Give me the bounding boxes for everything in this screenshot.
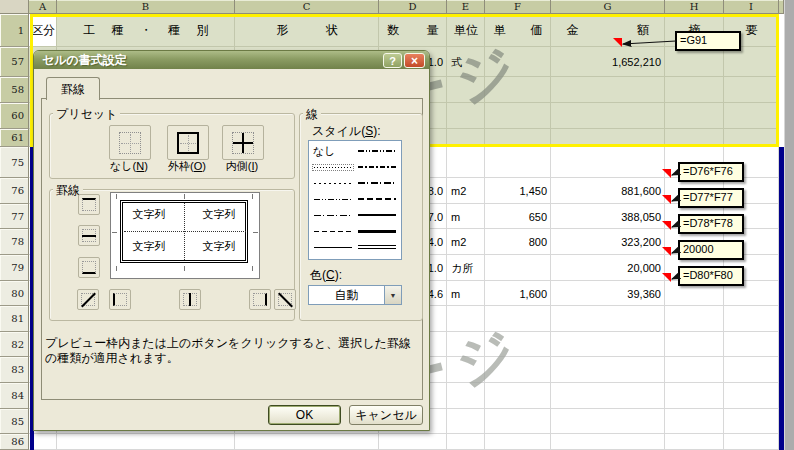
preview-tick (253, 232, 258, 233)
cell[interactable] (57, 434, 235, 450)
row-header-82[interactable]: 82 (0, 332, 29, 357)
color-dropdown-button[interactable]: ▼ (384, 286, 401, 304)
cell[interactable] (485, 255, 551, 281)
column-header-B[interactable]: B (57, 0, 235, 14)
line-style-med-slant-dash-dot[interactable] (355, 159, 399, 175)
border-inner-horizontal-icon (82, 229, 96, 242)
column-header-I[interactable]: I (724, 0, 779, 14)
cell-value-G77: 388,050 (551, 204, 665, 229)
cell[interactable] (724, 332, 779, 357)
row-header-85[interactable]: 85 (0, 409, 29, 434)
border-preview[interactable]: 文字列 文字列 文字列 文字列 (110, 192, 260, 279)
row-header-75[interactable]: 75 (0, 147, 29, 178)
row-header-1[interactable]: 1 (0, 14, 29, 47)
cell[interactable] (485, 147, 551, 178)
cell[interactable] (551, 434, 665, 450)
dialog-titlebar[interactable]: セルの書式設定 (34, 51, 429, 69)
row-header-57[interactable]: 57 (0, 47, 29, 77)
cell[interactable] (447, 409, 485, 434)
cell[interactable] (551, 306, 665, 332)
column-header-H[interactable]: H (665, 0, 724, 14)
cell[interactable] (551, 409, 665, 434)
row-header-83[interactable]: 83 (0, 357, 29, 383)
row-header-76[interactable]: 76 (0, 178, 29, 204)
cell[interactable] (551, 383, 665, 409)
dialog-help-text: プレビュー枠内または上のボタンをクリックすると、選択した罫線の種類が適用されます… (45, 336, 419, 366)
cell[interactable] (447, 147, 485, 178)
preset-outline-button[interactable] (167, 125, 209, 160)
cell[interactable] (665, 383, 724, 409)
cell[interactable] (665, 357, 724, 383)
cell[interactable] (551, 357, 665, 383)
row-header-84[interactable]: 84 (0, 383, 29, 409)
tab-border[interactable]: 罫線 (46, 77, 100, 100)
cell[interactable] (551, 332, 665, 357)
column-header-D[interactable]: D (379, 0, 447, 14)
row-header-61[interactable]: 61 (0, 129, 29, 147)
border-inner-vertical-icon (183, 293, 197, 306)
cell[interactable] (665, 332, 724, 357)
cell[interactable] (665, 434, 724, 450)
preset-inside-button[interactable] (222, 125, 264, 160)
line-style-thick-solid[interactable] (355, 223, 399, 239)
cell[interactable] (485, 434, 551, 450)
line-style-hair-dotted[interactable] (311, 159, 355, 175)
cell[interactable] (724, 357, 779, 383)
border-top-button[interactable] (78, 194, 100, 215)
border-inner-vertical-button[interactable] (179, 289, 201, 310)
line-style-thin-dash-dot[interactable] (311, 207, 355, 223)
cell[interactable] (551, 147, 665, 178)
line-style-listbox[interactable]: なし (308, 140, 402, 260)
row-header-80[interactable]: 80 (0, 281, 29, 306)
diagonal-up-button[interactable] (77, 289, 99, 310)
cell[interactable] (447, 434, 485, 450)
cell[interactable] (665, 306, 724, 332)
row-header-81[interactable]: 81 (0, 306, 29, 332)
preview-cell-text: 文字列 (197, 207, 241, 222)
column-header-A[interactable]: A (29, 0, 57, 14)
line-style-none[interactable]: なし (311, 143, 355, 159)
border-left-button[interactable] (109, 289, 131, 310)
column-header-E[interactable]: E (447, 0, 485, 14)
line-style-med-dash-dot[interactable] (355, 175, 399, 191)
dialog-help-button[interactable]: ? (383, 53, 402, 68)
border-inner-horizontal-button[interactable] (78, 225, 100, 246)
line-style-med-dash[interactable] (355, 191, 399, 207)
border-bottom-button[interactable] (78, 257, 100, 278)
line-style-double[interactable] (355, 239, 399, 255)
cell[interactable] (724, 306, 779, 332)
column-header-F[interactable]: F (485, 0, 551, 14)
cell[interactable] (724, 383, 779, 409)
row-header-77[interactable]: 77 (0, 204, 29, 229)
color-dropdown[interactable]: 自動 ▼ (308, 285, 402, 305)
dialog-close-button[interactable]: × (404, 53, 425, 68)
row-header-79[interactable]: 79 (0, 255, 29, 281)
cell[interactable] (485, 409, 551, 434)
cell[interactable] (235, 434, 379, 450)
line-style-thin-dash[interactable] (311, 223, 355, 239)
cell-value-E78: m2 (447, 229, 485, 255)
cell[interactable] (724, 409, 779, 434)
cell[interactable] (665, 409, 724, 434)
ok-button[interactable]: OK (268, 405, 341, 425)
line-style-med-dash-dot-dot[interactable] (355, 143, 399, 159)
column-header-G[interactable]: G (551, 0, 665, 14)
line-style-thin-dash-dot-dot[interactable] (311, 191, 355, 207)
row-header-58[interactable]: 58 (0, 77, 29, 103)
row-header-86[interactable]: 86 (0, 434, 29, 450)
preset-none-button[interactable] (109, 125, 151, 160)
preview-cell-text: 文字列 (127, 239, 171, 254)
diagonal-down-button[interactable] (274, 289, 296, 310)
column-header-C[interactable]: C (235, 0, 379, 14)
line-style-hair-dash[interactable] (311, 175, 355, 191)
border-right-button[interactable] (249, 289, 271, 310)
line-style-med-solid[interactable] (355, 207, 399, 223)
cancel-button[interactable]: キャンセル (349, 405, 423, 425)
line-group-label: 線 (303, 106, 321, 123)
cell[interactable] (379, 434, 447, 450)
row-header-60[interactable]: 60 (0, 103, 29, 129)
row-header-78[interactable]: 78 (0, 229, 29, 255)
cell[interactable] (724, 434, 779, 450)
line-style-thin-solid[interactable] (311, 239, 355, 255)
select-all-corner[interactable] (0, 0, 29, 14)
